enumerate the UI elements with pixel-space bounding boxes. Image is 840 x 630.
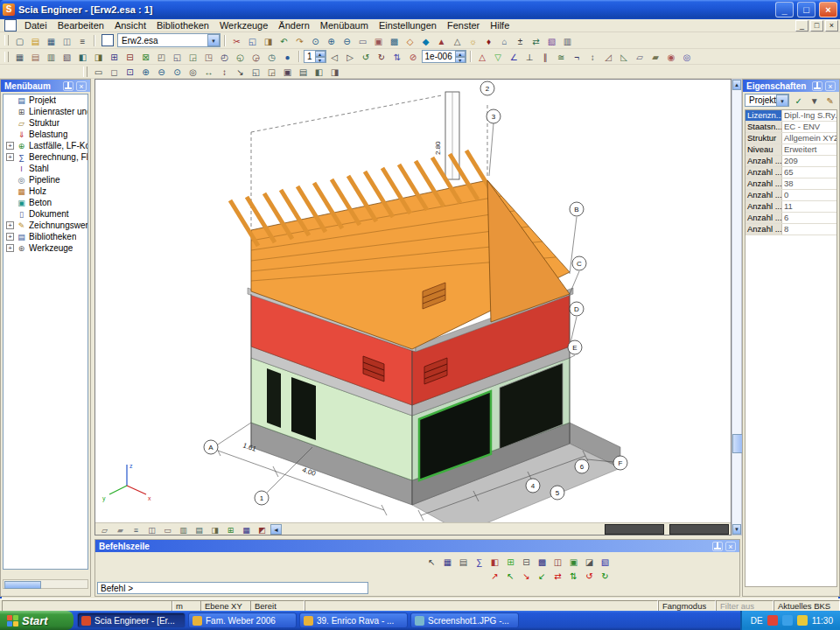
menu-item[interactable]: Menübaum	[315, 20, 374, 31]
property-row[interactable]: Anzahl ... 8	[746, 224, 836, 235]
toolbar-icon[interactable]: ◨	[91, 50, 106, 63]
canvas-toolbar-icon[interactable]: ◩	[255, 524, 270, 535]
property-value[interactable]: Erweitert	[782, 144, 836, 155]
toolbar-icon[interactable]: ◱	[170, 50, 185, 63]
toolbar-icon[interactable]: ◶	[248, 50, 263, 63]
toolbar-icon[interactable]: ↕	[217, 65, 232, 78]
toolbar-icon[interactable]: ◷	[264, 50, 279, 63]
property-row[interactable]: Struktur Allgemein XYZ	[746, 133, 836, 144]
toolbar-icon[interactable]: ⊘	[406, 50, 421, 63]
toolbar-icon[interactable]: ⊙	[308, 34, 323, 47]
grid-bubble[interactable]: 1	[255, 491, 269, 505]
toolbar-icon[interactable]: ⊕	[138, 65, 153, 78]
hscroll-thumb[interactable]	[605, 524, 664, 535]
menu-item[interactable]: Fenster	[442, 20, 485, 31]
canvas-toolbar-icon[interactable]: ≡	[129, 524, 144, 535]
toolbar-icon[interactable]: ∥	[538, 50, 553, 63]
clock[interactable]: 11:30	[812, 616, 833, 626]
property-value[interactable]: 65	[782, 167, 836, 178]
chevron-down-icon[interactable]: ▾	[207, 34, 220, 46]
tree-item[interactable]: ▯ Dokument	[4, 208, 88, 220]
canvas-toolbar-icon[interactable]: ▰	[113, 524, 128, 535]
toolbar-icon[interactable]: ↺	[359, 50, 374, 63]
menu-item[interactable]: Ändern	[273, 20, 314, 31]
toolbar-icon[interactable]: ⇄	[528, 34, 543, 47]
expander-icon[interactable]	[6, 153, 14, 161]
tray-icon[interactable]	[797, 615, 808, 626]
property-row[interactable]: Anzahl ... 38	[746, 178, 836, 190]
toolbar-icon[interactable]: ◆	[418, 34, 433, 47]
toolbar-icon[interactable]: ▷	[343, 50, 358, 63]
canvas-toolbar-icon[interactable]: ▦	[239, 524, 254, 535]
toolbar-icon[interactable]: ◱	[245, 34, 260, 47]
taskbar-task-button[interactable]: Screenshot1.JPG -...	[410, 612, 519, 628]
toolbar-icon[interactable]: △	[450, 34, 465, 47]
minimize-button[interactable]: _	[775, 2, 794, 18]
property-toolbar-icon[interactable]: ✓	[791, 94, 806, 107]
toolbar-icon[interactable]: ⊡	[122, 65, 137, 78]
toolbar-icon[interactable]: ⇅	[390, 50, 405, 63]
hscroll-thumb[interactable]	[669, 524, 729, 535]
tree-horizontal-scrollbar[interactable]	[3, 579, 88, 589]
toolbar-icon[interactable]: ▤	[296, 65, 311, 78]
taskbar-task-button[interactable]: Fam. Weber 2006	[188, 612, 297, 628]
toolbar-icon[interactable]: ≅	[554, 50, 569, 63]
toolbar-icon[interactable]: ◱	[248, 65, 263, 78]
mdi-close-button[interactable]: ×	[825, 20, 838, 32]
coordinate-toolbar-icon[interactable]: ↘	[519, 569, 534, 582]
toolbar-icon[interactable]: ♦	[481, 34, 496, 47]
expander-icon[interactable]	[6, 244, 14, 252]
maximize-button[interactable]: □	[797, 2, 816, 18]
menu-item[interactable]: Hilfe	[485, 20, 514, 31]
toolbar-icon[interactable]: ▭	[91, 65, 106, 78]
spinner-up-icon[interactable]: ▴	[315, 51, 326, 57]
tree-item[interactable]: ⊞ Linienraster und G	[4, 106, 88, 117]
toolbar-icon[interactable]: ≡	[75, 34, 90, 47]
coordinate-toolbar-icon[interactable]: ↖	[503, 569, 518, 582]
eigenschaften-panel-titlebar[interactable]: Eigenschaften ×	[743, 80, 839, 92]
menubaum-panel-titlebar[interactable]: Menübaum ×	[1, 80, 90, 92]
property-row[interactable]: Lizenzn... Dipl.-Ing S.Ry...	[746, 110, 836, 122]
toolbar-icon[interactable]: ▣	[280, 65, 295, 78]
property-value[interactable]: 38	[782, 178, 836, 189]
toolbar-icon[interactable]: ▲	[434, 34, 449, 47]
property-toolbar-icon[interactable]: ▼	[807, 94, 822, 107]
mdi-document-icon[interactable]	[4, 19, 17, 32]
toolbar-icon[interactable]: ⊖	[154, 65, 169, 78]
tree-item[interactable]: ▤ Bibliotheken	[4, 231, 88, 242]
canvas-toolbar-icon[interactable]: ▭	[160, 524, 175, 535]
coordinate-toolbar-icon[interactable]: ↺	[582, 569, 597, 582]
property-value[interactable]: 6	[782, 213, 836, 223]
toolbar-icon[interactable]: ◎	[186, 65, 200, 78]
property-row[interactable]: Anzahl ... 0	[746, 190, 836, 201]
pin-icon[interactable]	[63, 81, 74, 91]
tree-item[interactable]: ▦ Holz	[4, 186, 88, 197]
grid-bubble[interactable]: 6	[575, 459, 589, 473]
menu-item[interactable]: Werkzeuge	[214, 20, 273, 31]
toolbar-icon[interactable]: ⊕	[324, 34, 339, 47]
command-toolbar-icon[interactable]: ▧	[598, 555, 612, 568]
canvas-toolbar-icon[interactable]: ◫	[144, 524, 159, 535]
toolbar-icon[interactable]: ↷	[292, 34, 307, 47]
property-row[interactable]: Anzahl ... 65	[746, 167, 836, 178]
befehlszeile-panel-titlebar[interactable]: Befehlszeile ×	[95, 540, 739, 552]
toolbar-icon[interactable]: ✂	[229, 34, 244, 47]
toolbar-icon[interactable]: ⊟	[122, 50, 137, 63]
spinner-down-icon[interactable]: ▾	[315, 57, 326, 63]
toolbar-icon[interactable]: ▥	[560, 34, 575, 47]
toolbar-icon[interactable]: ◨	[327, 65, 342, 78]
command-toolbar-icon[interactable]: ▤	[456, 555, 471, 568]
tree-item[interactable]: ▣ Beton	[4, 197, 88, 208]
property-value[interactable]: EC - ENV	[782, 122, 836, 132]
model-viewport[interactable]: 2.80	[95, 80, 731, 522]
toolbar-icon[interactable]: ▭	[355, 34, 370, 47]
grid-bubble[interactable]: D	[570, 302, 584, 316]
toolbar-icon[interactable]: ◧	[312, 65, 326, 78]
property-toolbar-icon[interactable]: ✎	[822, 94, 837, 107]
menu-item[interactable]: Einstellungen	[374, 20, 442, 31]
taskbar-task-button[interactable]: Scia Engineer - [Er...	[77, 612, 186, 628]
spinner-down-icon[interactable]: ▾	[455, 57, 466, 63]
toolbar-icon[interactable]: ☼	[466, 34, 480, 47]
property-value[interactable]: 11	[782, 201, 836, 212]
scroll-left-icon[interactable]: ◄	[270, 524, 282, 535]
